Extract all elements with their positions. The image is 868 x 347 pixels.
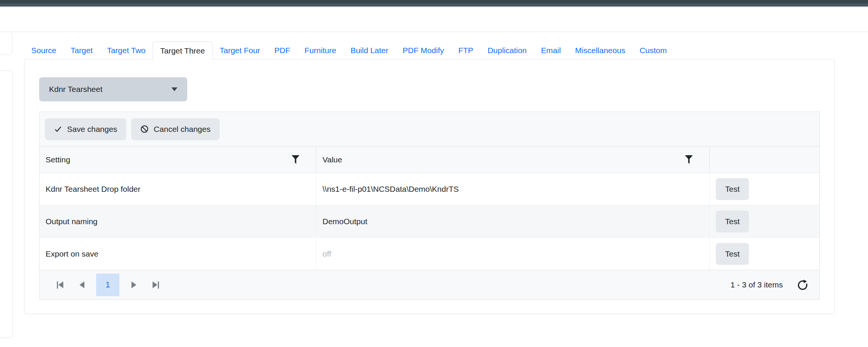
action-cell: Test [709, 173, 819, 205]
tab-content-panel: Kdnr Tearsheet Save changes [24, 59, 835, 314]
tab-duplication[interactable]: Duplication [480, 41, 534, 60]
clipped-left-panel-top [0, 32, 12, 55]
column-header-setting-label: Setting [46, 155, 70, 164]
tab-custom[interactable]: Custom [633, 41, 674, 60]
test-button[interactable]: Test [716, 178, 749, 200]
tab-pdf[interactable]: PDF [267, 41, 297, 60]
pager-summary: 1 - 3 of 3 items [730, 280, 783, 289]
settings-grid: Save changes Cancel changes Setting [39, 112, 820, 300]
save-changes-label: Save changes [67, 125, 117, 134]
grid-toolbar: Save changes Cancel changes [40, 112, 819, 147]
last-page-icon[interactable] [148, 277, 163, 292]
action-cell: Test [709, 238, 819, 270]
setting-cell: Output naming [40, 205, 316, 237]
target-type-dropdown[interactable]: Kdnr Tearsheet [39, 77, 187, 101]
value-cell: DemoOutput [316, 205, 709, 237]
save-changes-button[interactable]: Save changes [45, 118, 126, 140]
clipped-left-panel [0, 70, 13, 338]
page-number-current[interactable]: 1 [96, 274, 119, 296]
tab-build-later[interactable]: Build Later [343, 41, 395, 60]
settings-tabstrip: Source Target Target Two Target Three Ta… [24, 41, 674, 60]
cancel-changes-label: Cancel changes [154, 125, 211, 134]
dropdown-selected-value: Kdnr Tearsheet [49, 85, 102, 94]
tab-target-four[interactable]: Target Four [212, 41, 267, 60]
cancel-changes-button[interactable]: Cancel changes [131, 118, 220, 140]
table-row: Export on save off Test [40, 238, 819, 270]
test-button[interactable]: Test [716, 243, 749, 265]
window-title-bar [0, 0, 868, 7]
tab-target-three[interactable]: Target Three [153, 41, 212, 60]
filter-icon[interactable] [685, 155, 693, 164]
tab-pdf-modify[interactable]: PDF Modify [396, 41, 451, 60]
first-page-icon[interactable] [52, 277, 67, 292]
value-cell: off [316, 238, 709, 270]
column-header-action [709, 147, 819, 173]
column-header-setting: Setting [40, 147, 316, 173]
next-page-icon[interactable] [126, 277, 141, 292]
pager-right: 1 - 3 of 3 items [730, 279, 809, 291]
tab-target[interactable]: Target [64, 41, 100, 60]
check-icon [54, 125, 62, 133]
column-header-value: Value [316, 147, 709, 173]
tab-email[interactable]: Email [534, 41, 568, 60]
tab-miscellaneous[interactable]: Miscellaneous [568, 41, 633, 60]
filter-icon[interactable] [292, 155, 300, 164]
tab-target-two[interactable]: Target Two [100, 41, 153, 60]
tab-furniture[interactable]: Furniture [297, 41, 343, 60]
pager-nav: 1 [52, 274, 163, 296]
app-window: Source Target Target Two Target Three Ta… [0, 0, 868, 347]
action-cell: Test [709, 205, 819, 237]
value-cell: \\ns1-e-fil-p01\NCSData\Demo\KndrTS [316, 173, 709, 205]
refresh-icon[interactable] [796, 279, 809, 291]
table-row: Kdnr Tearsheet Drop folder \\ns1-e-fil-p… [40, 173, 819, 205]
prev-page-icon[interactable] [74, 277, 89, 292]
table-row: Output naming DemoOutput Test [40, 205, 819, 238]
column-header-value-label: Value [322, 155, 342, 164]
setting-cell: Export on save [40, 238, 316, 270]
tab-ftp[interactable]: FTP [451, 41, 480, 60]
grid-pager: 1 1 - 3 of 3 items [40, 270, 819, 300]
setting-cell: Kdnr Tearsheet Drop folder [40, 173, 316, 205]
chevron-down-icon [171, 87, 177, 91]
grid-header-row: Setting Value [40, 147, 819, 173]
header-divider [0, 32, 868, 32]
test-button[interactable]: Test [716, 211, 749, 232]
tab-source[interactable]: Source [24, 41, 64, 60]
cancel-icon [140, 125, 149, 133]
